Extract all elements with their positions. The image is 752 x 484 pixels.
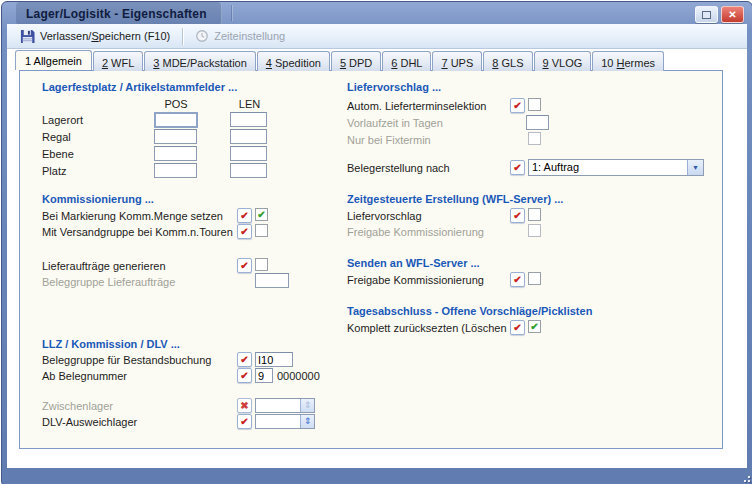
checkbox-senden-freigabe-kommissionierung[interactable]: ✔ — [528, 272, 541, 285]
label-vorlaufzeit-tagen: Vorlaufzeit in Tagen — [347, 117, 443, 129]
restore-icon — [702, 11, 711, 19]
input-beleggruppe-lieferauftraege — [255, 273, 289, 288]
label-ab-belegnummer: Ab Belegnummer — [42, 370, 127, 382]
input-lagerort-pos[interactable] — [154, 112, 198, 128]
toolbar: Verlassen/Speichern (F10) Zeiteinstellun… — [7, 24, 747, 49]
section-title-llz: LLZ / Kommission / DLV ... — [42, 338, 180, 350]
label-zeit-freigabe-kommissionierung: Freigabe Kommissionierung — [347, 226, 484, 238]
input-ebene-pos[interactable] — [154, 146, 197, 161]
label-belegerstellung-nach: Belegerstellung nach — [347, 162, 450, 174]
input-beleggruppe-bestandsbuchung[interactable] — [255, 352, 293, 367]
checkbox-lieferauftraege-generieren[interactable]: ✔ — [255, 258, 268, 271]
dropdown-selected-value: 1: Auftrag — [529, 160, 687, 175]
label-nur-bei-fixtermin: Nur bei Fixtermin — [347, 134, 431, 146]
window-title: Lager/Logisitk - Eigenschaften — [26, 7, 207, 21]
label-komm-menge-setzen: Bei Markierung Komm.Menge setzen — [42, 210, 223, 222]
field-enabled-icon[interactable]: ✔ — [237, 352, 252, 367]
input-lagerort-len[interactable] — [230, 112, 267, 127]
input-regal-len[interactable] — [230, 129, 267, 144]
text-belegnummer-suffix: 0000000 — [277, 370, 320, 382]
resize-grip[interactable] — [740, 472, 750, 482]
checkbox-komm-menge-setzen[interactable]: ✔ — [255, 208, 268, 221]
label-zwischenlager: Zwischenlager — [42, 400, 113, 412]
input-vorlaufzeit-tagen — [526, 115, 549, 130]
checkbox-zeit-freigabe-kommissionierung: ✔ — [528, 224, 541, 237]
field-enabled-icon[interactable]: ✔ — [237, 368, 252, 383]
field-enabled-icon[interactable]: ✔ — [237, 414, 252, 429]
column-header-len: LEN — [230, 98, 269, 110]
tab-wfl[interactable]: 2 WFL — [93, 51, 143, 71]
label-versandgruppe-touren: Mit Versandgruppe bei Komm.n.Touren — [42, 226, 233, 238]
tab-vlog[interactable]: 9 VLOG — [534, 51, 592, 71]
titlebar: Lager/Logisitk - Eigenschaften ✕ — [2, 2, 752, 24]
app-window: Lager/Logisitk - Eigenschaften ✕ Verlass… — [1, 1, 752, 484]
checkbox-zeit-liefervorschlag[interactable]: ✔ — [528, 208, 541, 221]
titlebar-divider — [232, 5, 233, 21]
tab-gls[interactable]: 8 GLS — [483, 51, 532, 71]
section-title-zeitgesteuerte-erstellung: Zeitgesteuerte Erstellung (WFL-Server) .… — [347, 193, 563, 205]
tab-dpd[interactable]: 5 DPD — [331, 51, 381, 71]
field-enabled-icon[interactable]: ✔ — [237, 258, 252, 273]
close-button[interactable]: ✕ — [721, 6, 744, 23]
field-enabled-icon[interactable]: ✔ — [510, 208, 525, 223]
input-ab-belegnummer[interactable] — [255, 368, 273, 383]
tab-spedition[interactable]: 4 Spedition — [257, 51, 330, 71]
label-autom-lieferterminselektion: Autom. Lieferterminselektion — [347, 100, 486, 112]
save-icon — [20, 29, 35, 44]
checkbox-versandgruppe-touren[interactable]: ✔ — [255, 224, 268, 237]
save-exit-button[interactable]: Verlassen/Speichern (F10) — [12, 26, 178, 47]
field-disabled-icon[interactable]: ✖ — [237, 398, 252, 413]
toolbar-separator — [182, 28, 183, 45]
label-zeit-liefervorschlag: Liefervorschlag — [347, 210, 422, 222]
dropdown-belegerstellung-nach[interactable]: 1: Auftrag ▼ — [528, 159, 704, 176]
section-title-liefervorschlag: Liefervorschlag ... — [347, 81, 441, 93]
field-enabled-icon[interactable]: ✔ — [510, 320, 525, 335]
spinner-updown-icon[interactable]: ⇕ — [300, 415, 314, 428]
label-komplett-zuruecksetzen: Komplett zurücksezten (Löschen — [347, 322, 507, 334]
label-lieferauftraege-generieren: Lieferaufträge generieren — [42, 260, 166, 272]
section-title-tagesabschluss: Tagesabschluss - Offene Vorschläge/Pickl… — [347, 305, 592, 317]
tab-hermes[interactable]: 10 Hermes — [592, 51, 664, 71]
input-regal-pos[interactable] — [154, 129, 197, 144]
field-enabled-icon[interactable]: ✔ — [237, 224, 252, 239]
restore-button[interactable] — [695, 6, 718, 23]
label-lagerort: Lagerort — [42, 114, 83, 126]
spinner-zwischenlager: ⇕ — [255, 398, 315, 413]
column-header-pos: POS — [154, 98, 198, 110]
check-icon: ✔ — [257, 210, 265, 220]
input-platz-pos[interactable] — [154, 163, 197, 178]
time-settings-label: Zeiteinstellung — [214, 30, 285, 42]
field-enabled-icon[interactable]: ✔ — [510, 98, 525, 113]
tab-mde-packstation[interactable]: 3 MDE/Packstation — [144, 51, 256, 71]
tab-ups[interactable]: 7 UPS — [432, 51, 482, 71]
tab-allgemein[interactable]: 1 Allgemein — [15, 50, 92, 70]
clock-icon — [195, 29, 209, 43]
label-beleggruppe-lieferauftraege: Beleggruppe Lieferaufträge — [42, 276, 175, 288]
tab-strip: 1 Allgemein 2 WFL 3 MDE/Packstation 4 Sp… — [15, 51, 665, 71]
field-enabled-icon[interactable]: ✔ — [237, 208, 252, 223]
check-icon: ✔ — [530, 322, 538, 332]
label-ebene: Ebene — [42, 148, 74, 160]
label-regal: Regal — [42, 131, 71, 143]
field-enabled-icon[interactable]: ✔ — [510, 272, 525, 287]
save-exit-label: Verlassen/Speichern (F10) — [40, 30, 170, 42]
section-title-senden-wfl-server: Senden an WFL-Server ... — [347, 257, 480, 269]
section-title-kommissionierung: Kommissionierung ... — [42, 193, 154, 205]
spinner-dlv-ausweichlager[interactable]: ⇕ — [255, 414, 315, 429]
time-settings-button: Zeiteinstellung — [187, 26, 293, 46]
field-enabled-icon[interactable]: ✔ — [510, 160, 525, 175]
tab-page-allgemein: Lagerfestplatz / Artikelstammfelder ... … — [19, 70, 723, 449]
input-platz-len[interactable] — [230, 163, 267, 178]
tab-dhl[interactable]: 6 DHL — [382, 51, 431, 71]
chevron-down-icon[interactable]: ▼ — [687, 160, 703, 175]
label-senden-freigabe-kommissionierung: Freigabe Kommissionierung — [347, 274, 484, 286]
checkbox-komplett-zuruecksetzen[interactable]: ✔ — [528, 320, 541, 333]
title-plate: Lager/Logisitk - Eigenschaften — [16, 2, 222, 25]
content-area: 1 Allgemein 2 WFL 3 MDE/Packstation 4 Sp… — [7, 49, 747, 468]
spinner-updown-icon: ⇕ — [300, 399, 314, 412]
input-ebene-len[interactable] — [230, 146, 267, 161]
checkbox-nur-bei-fixtermin: ✔ — [528, 132, 541, 145]
close-icon: ✕ — [728, 10, 736, 20]
label-dlv-ausweichlager: DLV-Ausweichlager — [42, 416, 137, 428]
checkbox-autom-lieferterminselektion[interactable]: ✔ — [528, 98, 541, 111]
